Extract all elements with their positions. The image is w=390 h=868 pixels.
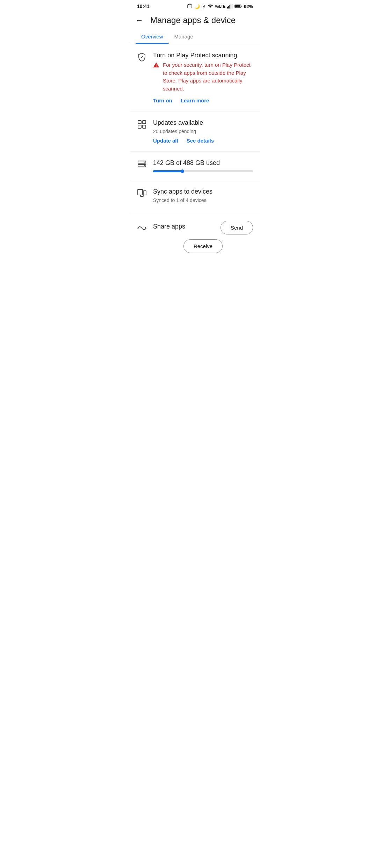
svg-point-16: [144, 162, 145, 162]
back-button[interactable]: ←: [136, 16, 143, 25]
storage-bar: [153, 170, 253, 172]
svg-rect-8: [235, 5, 240, 8]
svg-rect-0: [188, 5, 192, 8]
sync-content: Sync apps to devices Synced to 1 of 4 de…: [153, 188, 253, 205]
learn-more-button[interactable]: Learn more: [181, 97, 209, 103]
send-button[interactable]: Send: [221, 221, 253, 234]
updates-section: Updates available 20 updates pending Upd…: [130, 111, 260, 152]
tabs-container: Overview Manage: [130, 29, 260, 44]
svg-rect-18: [138, 189, 143, 195]
storage-bar-fill: [153, 170, 182, 172]
screenshot-icon: [187, 3, 193, 9]
bluetooth-icon: [202, 3, 206, 9]
battery-percent: 92%: [244, 4, 253, 9]
updates-subtitle: 20 updates pending: [153, 129, 253, 134]
svg-point-17: [144, 165, 145, 166]
share-apps-title: Share apps: [153, 223, 185, 230]
wifi-icon: [208, 4, 213, 9]
status-icons: 🌙 VoLTE: [187, 3, 253, 9]
svg-line-24: [138, 228, 139, 229]
receive-button[interactable]: Receive: [183, 239, 223, 253]
svg-rect-12: [138, 125, 141, 128]
svg-rect-3: [228, 6, 229, 8]
storage-content: 142 GB of 488 GB used: [153, 159, 253, 172]
play-protect-section: Turn on Play Protect scanning For your s…: [130, 44, 260, 111]
storage-bar-dot: [181, 169, 184, 173]
play-protect-content: Turn on Play Protect scanning For your s…: [153, 52, 253, 103]
tab-overview[interactable]: Overview: [136, 29, 169, 44]
header: ← Manage apps & device: [130, 11, 260, 29]
svg-rect-13: [143, 125, 146, 128]
play-protect-title: Turn on Play Protect scanning: [153, 52, 253, 59]
share-apps-icon: [137, 224, 147, 232]
sync-icon: [137, 189, 147, 197]
svg-rect-11: [143, 121, 146, 124]
updates-actions: Update all See details: [153, 138, 253, 144]
status-bar: 10:41 🌙 VoLTE: [130, 0, 260, 11]
svg-line-26: [145, 228, 146, 229]
battery-icon: [234, 4, 242, 9]
svg-rect-22: [140, 195, 143, 196]
sync-section: Sync apps to devices Synced to 1 of 4 de…: [130, 180, 260, 213]
svg-rect-6: [232, 4, 232, 9]
turn-on-button[interactable]: Turn on: [153, 97, 172, 103]
play-protect-icon: [137, 52, 147, 62]
storage-section: 142 GB of 488 GB used: [130, 152, 260, 180]
play-protect-actions: Turn on Learn more: [153, 97, 253, 103]
share-apps-section: Share apps Send Receive: [130, 213, 260, 261]
signal-icon: [227, 4, 233, 9]
svg-rect-2: [227, 7, 228, 9]
sync-subtitle: Synced to 1 of 4 devices: [153, 197, 253, 203]
moon-icon: 🌙: [194, 4, 200, 9]
update-all-button[interactable]: Update all: [153, 138, 178, 144]
svg-rect-10: [138, 121, 141, 124]
tab-manage[interactable]: Manage: [169, 29, 199, 44]
svg-rect-19: [143, 191, 146, 195]
storage-icon: [137, 160, 147, 168]
sync-title: Sync apps to devices: [153, 188, 253, 195]
volte-icon: VoLTE: [215, 5, 225, 8]
svg-rect-4: [229, 5, 230, 9]
storage-title: 142 GB of 488 GB used: [153, 159, 253, 167]
warning-box: For your security, turn on Play Protect …: [153, 61, 253, 93]
svg-rect-1: [188, 4, 191, 5]
updates-content: Updates available 20 updates pending Upd…: [153, 119, 253, 144]
svg-rect-5: [231, 4, 231, 8]
updates-icon: [137, 120, 147, 129]
status-time: 10:41: [137, 3, 150, 9]
updates-title: Updates available: [153, 119, 253, 126]
see-details-button[interactable]: See details: [187, 138, 214, 144]
warning-triangle-icon: [153, 62, 159, 68]
page-title: Manage apps & device: [150, 15, 236, 25]
warning-text: For your security, turn on Play Protect …: [163, 61, 253, 93]
